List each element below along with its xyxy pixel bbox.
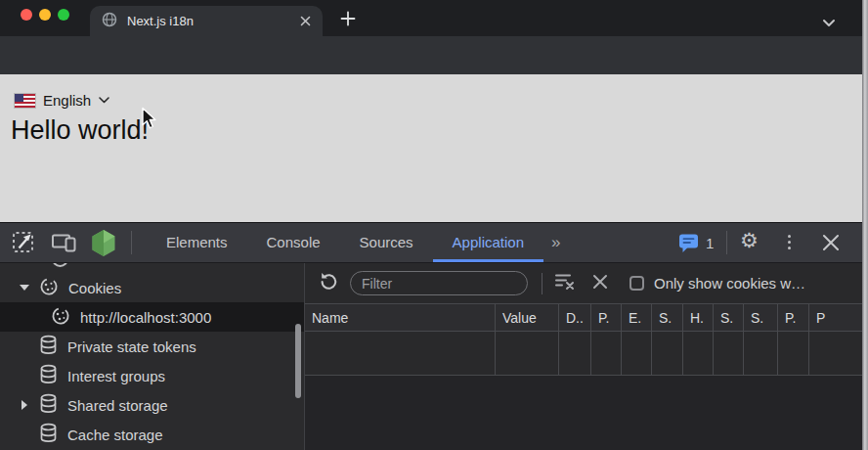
column-header[interactable]: H. [683, 304, 714, 331]
zoom-window-button[interactable] [58, 9, 69, 21]
database-icon [0, 423, 58, 446]
devtools-panel: Elements Console Sources Application » 1… [0, 222, 868, 450]
tab-sources[interactable]: Sources [340, 223, 433, 262]
sidebar-item-interest-groups[interactable]: Interest groups [0, 361, 304, 390]
browser-toolbar: localhost:3000 Guest [0, 36, 868, 74]
database-icon [0, 364, 58, 387]
filter-input[interactable] [350, 271, 528, 295]
table-cell [778, 332, 809, 375]
table-cell [591, 332, 622, 375]
tab-elements[interactable]: Elements [147, 223, 247, 262]
tab-application[interactable]: Application [433, 223, 543, 262]
device-toolbar-icon[interactable] [51, 231, 78, 258]
column-header[interactable]: E. [622, 304, 652, 331]
sidebar-item-private-state-tokens[interactable]: Private state tokens [0, 332, 304, 361]
cookie-icon [0, 306, 70, 329]
sidebar-item-label: Private state tokens [67, 338, 196, 355]
table-cell [559, 332, 591, 375]
only-show-label: Only show cookies w… [654, 275, 805, 292]
column-header[interactable]: D.. [559, 304, 591, 331]
sidebar-item-shared-storage[interactable]: Shared storage [0, 390, 304, 420]
minimize-window-button[interactable] [39, 9, 51, 21]
column-header[interactable]: S. [744, 304, 778, 331]
sidebar-item-label: Interest groups [67, 368, 165, 384]
table-cell [744, 332, 778, 375]
table-cell [652, 332, 683, 375]
table-cell [683, 332, 714, 375]
column-header[interactable]: P. [591, 304, 622, 331]
toolbar-divider [542, 273, 542, 294]
refresh-icon[interactable] [318, 271, 339, 296]
tab-strip: Next.js i18n [0, 0, 868, 36]
browser-window: Next.js i18n localhost:3000 [0, 0, 868, 450]
toolbar-divider [726, 231, 727, 254]
devtools-close-icon[interactable] [821, 233, 841, 256]
sidebar-item-label: http://localhost:3000 [80, 309, 211, 326]
delete-all-icon[interactable] [592, 274, 608, 293]
column-header[interactable]: P. [778, 304, 809, 331]
chevron-down-icon [99, 97, 109, 104]
tab-close-icon[interactable] [300, 13, 311, 30]
column-header[interactable]: S. [714, 304, 744, 331]
issues-counter[interactable]: 1 [678, 233, 714, 253]
new-tab-button[interactable] [337, 8, 359, 29]
language-selector[interactable]: English [15, 92, 109, 109]
cookies-toolbar: Only show cookies w… [305, 263, 868, 304]
sidebar-scrollbar[interactable] [295, 324, 301, 398]
close-window-button[interactable] [21, 9, 32, 21]
table-cell [496, 332, 559, 375]
tab-console[interactable]: Console [247, 223, 340, 262]
issues-count: 1 [706, 235, 714, 251]
database-icon [0, 393, 58, 417]
us-flag-icon [15, 94, 35, 108]
page-heading: Hello world! [11, 115, 149, 146]
devtools-menu-icon[interactable] [788, 235, 791, 249]
sidebar-item-localhost-cookies[interactable]: http://localhost:3000 [0, 302, 304, 332]
page-viewport: English Hello world! [0, 74, 868, 222]
table-cell [714, 332, 744, 375]
table-cell [809, 332, 868, 375]
sidebar-item-cookies[interactable]: Cookies [0, 273, 304, 302]
more-tabs-icon[interactable]: » [543, 223, 570, 262]
database-icon [0, 335, 58, 358]
column-header[interactable]: Value [496, 304, 559, 331]
devtools-body: Cookies http://localhost:3000 Private st… [0, 263, 868, 450]
only-show-checkbox[interactable] [629, 276, 644, 291]
application-sidebar: Cookies http://localhost:3000 Private st… [0, 263, 305, 450]
table-cell [622, 332, 652, 375]
inspect-element-icon[interactable] [12, 231, 35, 258]
cookie-icon [0, 277, 59, 299]
gear-icon[interactable]: ⚙ [740, 229, 759, 252]
devtools-tabs: Elements Console Sources Application » [147, 223, 570, 262]
globe-favicon-icon [102, 12, 117, 31]
browser-tab[interactable]: Next.js i18n [90, 6, 323, 36]
traffic-lights [21, 9, 69, 21]
table-cell [305, 332, 496, 375]
scrolled-item-fragment [0, 263, 304, 273]
tab-title: Next.js i18n [127, 14, 300, 28]
sidebar-item-cache-storage[interactable]: Cache storage [0, 420, 304, 449]
caret-right-icon[interactable] [22, 400, 27, 410]
sidebar-item-label: Shared storage [67, 397, 168, 414]
cookies-panel: Only show cookies w… Name Value D.. P. E… [305, 263, 868, 450]
sidebar-item-label: Cache storage [67, 427, 163, 443]
devtools-toolbar: Elements Console Sources Application » 1… [0, 223, 868, 263]
window-edge [862, 0, 868, 450]
tab-search-chevron-icon[interactable] [822, 14, 836, 31]
column-header[interactable]: S. [652, 304, 683, 331]
toolbar-divider [131, 231, 132, 254]
mouse-cursor [141, 107, 158, 132]
column-header[interactable]: P [809, 304, 868, 331]
table-row[interactable] [305, 332, 868, 376]
nodejs-hexagon-icon[interactable] [90, 229, 117, 261]
issues-bubble-icon [678, 233, 699, 253]
clear-filter-icon[interactable] [554, 272, 576, 294]
language-label: English [43, 92, 91, 109]
sidebar-item-label: Cookies [68, 280, 121, 296]
cookies-table-header: Name Value D.. P. E. S. H. S. S. P. P [305, 304, 868, 332]
column-header[interactable]: Name [305, 304, 496, 331]
caret-down-icon[interactable] [20, 285, 29, 291]
